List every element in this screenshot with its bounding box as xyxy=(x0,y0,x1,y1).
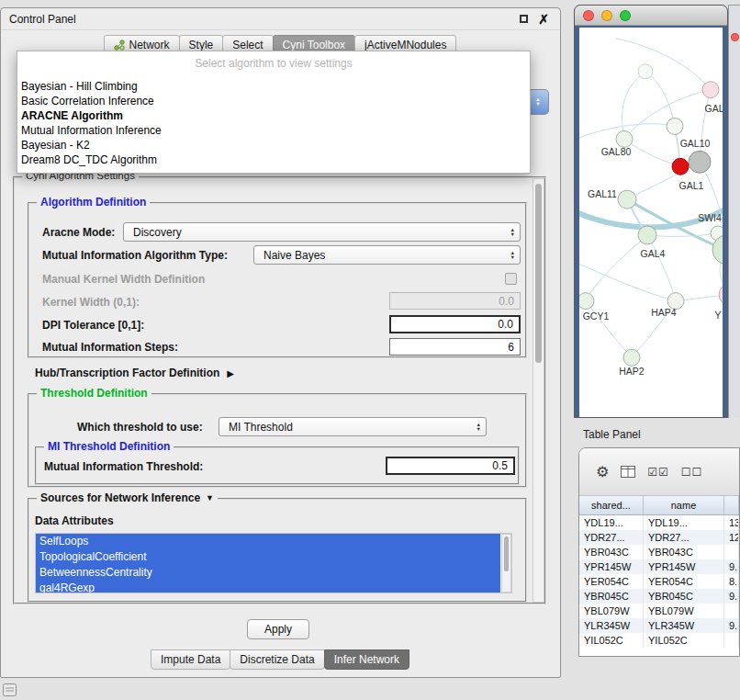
network-node-label: GAL xyxy=(704,104,723,114)
control-panel-titlebar[interactable]: Control Panel ✗ xyxy=(1,8,560,30)
network-node[interactable] xyxy=(623,349,640,366)
table-cell: YLR345W xyxy=(579,618,644,633)
network-node[interactable] xyxy=(579,293,594,310)
traffic-light-minimize[interactable] xyxy=(601,10,612,21)
traffic-light-close-background-window[interactable] xyxy=(731,33,739,41)
apply-button[interactable]: Apply xyxy=(247,619,309,639)
algorithm-option[interactable]: Basic Correlation Inference xyxy=(17,94,530,108)
settings-scrollbar[interactable] xyxy=(533,178,544,603)
combo-stepper-icon: ▲ ▼ xyxy=(509,228,520,237)
sources-group-title[interactable]: Sources for Network Inference ▼ xyxy=(37,491,218,504)
network-node-label: SWI4 xyxy=(698,213,722,223)
table-row[interactable]: YBL079WYBL079W xyxy=(579,604,739,618)
network-canvas[interactable]: GAL1GAL11GALGAL80GAL10SWI4GAL4HAP4GCY1YH… xyxy=(579,28,723,417)
hub-definition-expander[interactable]: Hub/Transcription Factor Definition ▶ xyxy=(35,367,234,379)
network-node[interactable] xyxy=(616,130,633,147)
algorithm-option[interactable]: Mutual Information Inference xyxy=(17,123,530,138)
table-cell xyxy=(724,633,739,648)
gear-icon[interactable]: ⚙ xyxy=(596,465,609,480)
network-edge[interactable] xyxy=(624,90,711,140)
table-row[interactable]: YLR345WYLR345W9. xyxy=(579,618,739,633)
column-header[interactable] xyxy=(724,496,739,514)
which-threshold-select[interactable]: MI Threshold ▲ ▼ xyxy=(219,417,487,436)
tab-discretize-data[interactable]: Discretize Data xyxy=(230,649,324,670)
close-window-icon[interactable]: ✗ xyxy=(538,13,549,26)
select-all-icon[interactable]: ☑☑ xyxy=(647,467,669,478)
network-edge[interactable] xyxy=(647,235,676,301)
table-cell: YBR045C xyxy=(644,589,724,604)
traffic-light-zoom[interactable] xyxy=(620,10,631,21)
table-row[interactable]: YBR045CYBR045C9. xyxy=(579,589,739,604)
which-threshold-label: Which threshold to use: xyxy=(77,421,203,434)
float-window-icon[interactable] xyxy=(520,15,528,23)
columns-icon[interactable] xyxy=(621,466,635,478)
algorithm-option[interactable]: ARACNE Algorithm xyxy=(17,108,530,123)
dpi-tolerance-field[interactable]: 0.0 xyxy=(389,315,521,333)
attribute-item[interactable]: BetweennessCentrality xyxy=(36,565,500,581)
docked-panel-icon[interactable] xyxy=(3,683,17,696)
table-cell: YBR043C xyxy=(579,545,644,559)
attribute-list-scrollbar[interactable] xyxy=(501,534,511,593)
table-row[interactable]: YER054CYER054C8. xyxy=(579,574,739,589)
network-node[interactable] xyxy=(672,158,689,175)
table-row[interactable]: YDR27...YDR27...12 xyxy=(579,530,739,545)
attribute-item[interactable]: gal4RGexp xyxy=(36,581,500,593)
kernel-width-field[interactable]: 0.0 xyxy=(389,292,521,310)
algorithm-option[interactable]: Bayesian - Hill Climbing xyxy=(17,79,530,94)
network-canvas-svg[interactable]: GAL1GAL11GALGAL80GAL10SWI4GAL4HAP4GCY1YH… xyxy=(579,28,723,417)
sources-title-text: Sources for Network Inference xyxy=(40,491,200,504)
column-header[interactable]: name xyxy=(644,496,724,514)
table-row[interactable]: YIL052CYIL052C xyxy=(579,633,739,648)
table-row[interactable]: YBR043CYBR043C xyxy=(579,545,739,559)
attribute-item[interactable]: SelfLoops xyxy=(36,534,500,549)
algorithm-definition-title: Algorithm Definition xyxy=(37,196,150,209)
network-node[interactable] xyxy=(719,285,723,305)
table-cell: 12 xyxy=(724,530,739,545)
attribute-item[interactable]: TopologicalCoefficient xyxy=(36,549,500,565)
table-cell xyxy=(724,604,739,618)
settings-scrollbar-thumb[interactable] xyxy=(535,184,542,363)
mi-steps-field[interactable]: 6 xyxy=(389,338,521,356)
table-cell: YIL052C xyxy=(644,633,724,648)
tab-label: Network xyxy=(129,39,170,51)
network-edge[interactable] xyxy=(647,233,718,236)
table-cell: YDR27... xyxy=(579,530,644,545)
column-header[interactable]: shared... xyxy=(579,496,644,514)
data-attributes-list[interactable]: SelfLoopsTopologicalCoefficientBetweenne… xyxy=(35,533,512,593)
network-edge[interactable] xyxy=(586,235,647,301)
network-node[interactable] xyxy=(638,64,653,79)
table-cell: YPR145W xyxy=(579,559,644,574)
network-edge[interactable] xyxy=(624,139,680,166)
mi-threshold-field[interactable]: 0.5 xyxy=(386,457,515,475)
table-row[interactable]: YPR145WYPR145W9. xyxy=(579,559,739,574)
table-row[interactable]: YDL19...YDL19...13 xyxy=(579,515,739,530)
algorithm-option[interactable]: Bayesian - K2 xyxy=(17,138,530,152)
network-edge[interactable] xyxy=(645,72,675,127)
tab-impute-data[interactable]: Impute Data xyxy=(151,649,230,670)
mi-algorithm-type-select[interactable]: Naive Bayes ▲ ▼ xyxy=(253,245,521,265)
network-edge[interactable] xyxy=(579,261,676,301)
network-node[interactable] xyxy=(689,151,711,173)
network-window-titlebar[interactable] xyxy=(575,6,727,26)
attribute-list-scrollbar-thumb[interactable] xyxy=(504,536,509,571)
traffic-light-close[interactable] xyxy=(583,10,594,21)
network-edge[interactable] xyxy=(586,301,632,358)
deselect-all-icon[interactable]: ☐☐ xyxy=(681,467,703,478)
aracne-mode-select[interactable]: Discovery ▲ ▼ xyxy=(123,222,521,242)
algorithm-select-stepper-fragment[interactable]: ▲ ▼ xyxy=(531,89,549,115)
network-node[interactable] xyxy=(618,190,636,209)
network-tab-icon xyxy=(114,40,125,51)
table-cell: YBL079W xyxy=(579,604,644,618)
screen: Control Panel ✗ Network Style Select Cyn… xyxy=(0,0,740,700)
table-cell xyxy=(724,545,739,559)
network-node[interactable] xyxy=(638,226,656,244)
algorithm-option[interactable]: Dream8 DC_TDC Algorithm xyxy=(17,152,530,167)
manual-kernel-checkbox[interactable] xyxy=(505,273,517,285)
table-body: YDL19...YDL19...13YDR27...YDR27...12YBR0… xyxy=(579,515,739,648)
tab-label: Select xyxy=(232,39,263,51)
network-node[interactable] xyxy=(702,82,719,98)
tab-infer-network[interactable]: Infer Network xyxy=(324,649,409,670)
network-node[interactable] xyxy=(667,119,683,135)
tab-label: jActiveMNodules xyxy=(364,39,446,51)
network-edge[interactable] xyxy=(616,39,711,90)
